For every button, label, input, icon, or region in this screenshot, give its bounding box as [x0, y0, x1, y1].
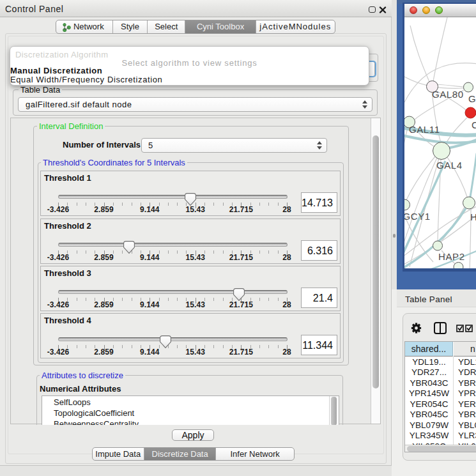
svg-text:CD: CD: [472, 119, 476, 130]
svg-text:GA: GA: [468, 93, 476, 104]
svg-text:GAL4: GAL4: [436, 160, 463, 171]
svg-text:GAL80: GAL80: [432, 89, 464, 100]
svg-text:GCY1: GCY1: [404, 211, 431, 222]
svg-text:HAP2: HAP2: [438, 251, 465, 262]
svg-text:H: H: [470, 211, 476, 222]
svg-text:GAL11: GAL11: [409, 124, 440, 135]
